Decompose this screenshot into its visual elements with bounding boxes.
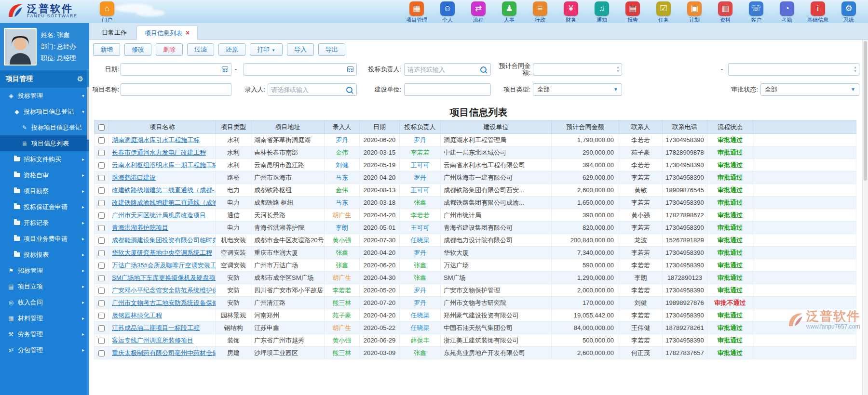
app-project-management[interactable]: ▦项目管理 [401,1,432,23]
project-type-select[interactable]: 全部 ▼ [533,83,622,96]
sidebar-item-project-info-list[interactable]: ≣项目信息列表 [0,135,89,151]
row-checkbox[interactable] [98,187,105,194]
close-icon[interactable]: × [186,29,190,37]
entry-person-input[interactable] [268,83,357,96]
import-button[interactable]: 导入 [287,43,314,56]
bid-leader-link[interactable]: 张鑫 [414,262,426,269]
delete-button[interactable]: 删除 [156,43,183,56]
calendar-icon[interactable] [222,66,228,72]
app-personal[interactable]: ☺个人 [432,1,463,23]
spinner-icon[interactable]: ▲▼ [854,66,857,73]
row-checkbox[interactable] [98,350,105,356]
sidebar-item-subcontract-management[interactable]: x²分包管理▸ [0,342,89,358]
gear-icon[interactable]: ⚙ [77,75,83,83]
bid-leader-link[interactable]: 任晓渠 [411,324,430,331]
bid-leader-link[interactable]: 王可可 [411,186,430,194]
project-name-link[interactable]: 广州市天河区统计局机房改造项目 [112,211,206,219]
build-unit-field[interactable] [405,84,490,95]
row-checkbox[interactable] [98,212,105,219]
bid-leader-link[interactable]: 罗丹 [414,287,426,294]
amount-min-input[interactable]: ▲▼ [533,63,622,76]
edit-button[interactable]: 修改 [124,43,151,56]
date-to-input[interactable] [244,63,357,76]
project-name-link[interactable]: 客运专线广州调度所装修项目 [112,337,193,344]
portal-button[interactable]: ⌂ 门户 [95,1,119,23]
search-icon[interactable] [480,66,487,73]
project-name-link[interactable]: 珠海鹤港口建设 [112,174,156,181]
approval-status-select[interactable]: 全部 ▼ [760,83,859,96]
project-name-link[interactable]: 江苏成品油二期项目一标段工程 [112,324,200,331]
project-name-link[interactable]: 广安邓小平纪念馆安全防范系统维护保... [112,287,216,294]
project-name-link[interactable]: 华软大厦研究基地中央空调系统工程 [112,249,212,256]
calendar-icon[interactable] [347,66,353,72]
search-icon[interactable] [346,87,353,93]
date-from-field[interactable] [121,64,231,75]
bid-leader-link[interactable]: 王可可 [411,161,430,169]
entry-person-link[interactable]: 黄小强 [333,237,352,244]
project-name-link[interactable]: 湖南洞庭湖水库引水工程施工标 [112,136,200,144]
entry-person-link[interactable]: 马东 [336,199,348,206]
bid-leader-link[interactable]: 罗丹 [414,299,426,306]
entry-person-link[interactable]: 李若若 [333,287,352,294]
bid-leader-link[interactable]: 罗丹 [414,136,426,144]
row-checkbox[interactable] [98,263,105,269]
bid-leader-field[interactable] [405,64,490,75]
export-button[interactable]: 导出 [318,43,345,56]
entry-person-link[interactable]: 张鑫 [336,249,348,256]
date-from-input[interactable] [121,63,231,76]
app-report[interactable]: ▤报告 [617,1,648,23]
entry-person-link[interactable]: 黄小强 [333,337,352,344]
sidebar-item-qualification-self-review[interactable]: 资格自审▸ [0,167,89,183]
app-notification[interactable]: ♫通知 [586,1,617,23]
bid-leader-link[interactable]: 薛保丰 [411,337,430,344]
sidebar-item-bid-bond-application[interactable]: 投标保证金申请▸ [0,199,89,215]
entry-person-link[interactable]: 张鑫 [336,262,348,269]
tab-project-info-list[interactable]: 项目信息列表× [136,26,198,40]
amount-max-field[interactable] [729,64,859,75]
row-checkbox[interactable] [98,313,105,319]
bid-leader-link[interactable]: 李若若 [411,149,430,156]
vertical-scrollbar[interactable] [862,40,868,395]
app-workflow[interactable]: ⇄流程 [463,1,494,23]
app-basic-info[interactable]: i基础信息 [802,1,833,23]
row-checkbox[interactable] [98,150,105,156]
entry-person-link[interactable]: 李朗 [336,224,348,231]
sidebar-item-bid-management[interactable]: ◈投标管理▾ [0,88,89,104]
row-checkbox[interactable] [98,200,105,206]
project-name-link[interactable]: 广州市文物考古工地安防系统设备保修 [112,299,216,306]
bid-leader-link[interactable]: 张鑫 [414,349,426,356]
bid-leader-link[interactable]: 罗丹 [414,174,426,181]
project-name-link[interactable]: 晟铭园林绿化工程 [112,312,162,319]
sidebar-item-bid-opening-record[interactable]: 开标记录▸ [0,215,89,231]
row-checkbox[interactable] [98,275,105,281]
add-button[interactable]: 新增 [93,43,120,56]
app-hr[interactable]: ♟人事 [494,1,525,23]
spinner-icon[interactable]: ▲▼ [616,66,620,73]
row-checkbox[interactable] [98,288,105,294]
row-checkbox[interactable] [98,162,105,169]
select-all-checkbox[interactable] [98,124,105,131]
row-checkbox[interactable] [98,338,105,344]
entry-person-link[interactable]: 熊三林 [333,299,352,306]
sidebar-item-income-contract[interactable]: ◎收入合同▸ [0,294,89,310]
bid-leader-link[interactable]: 李若若 [411,211,430,219]
sidebar-item-tender-doc-purchase[interactable]: 招标文件购买▸ [0,151,89,167]
sidebar-item-material-management[interactable]: ▦材料管理▸ [0,310,89,326]
project-name-field[interactable] [121,84,231,95]
amount-max-input[interactable]: ▲▼ [728,63,859,76]
bid-leader-input[interactable] [404,63,491,76]
sidebar-item-project-survey[interactable]: 项目勘察▸ [0,183,89,199]
row-checkbox[interactable] [98,325,105,331]
project-name-link[interactable]: 成都能源建设集团投资有限公司临时办... [112,237,216,244]
filter-button[interactable]: 过滤 [187,43,214,56]
entry-person-field[interactable] [268,84,356,95]
app-documents[interactable]: ▥资料 [710,1,741,23]
sidebar-item-bid-project-info-register-entry[interactable]: ✎投标项目信息登记 [0,119,89,135]
entry-person-link[interactable]: 金伟 [336,149,348,156]
app-administration[interactable]: ≡行政 [525,1,556,23]
project-name-link[interactable]: 云南水利枢纽溶明水库一期工程施工标 [112,161,216,169]
app-attendance[interactable]: ◔考勤 [772,1,802,23]
entry-person-link[interactable]: 胡广生 [333,211,352,219]
app-finance[interactable]: ¥财务 [556,1,586,23]
app-task[interactable]: ☑任务 [648,1,679,23]
